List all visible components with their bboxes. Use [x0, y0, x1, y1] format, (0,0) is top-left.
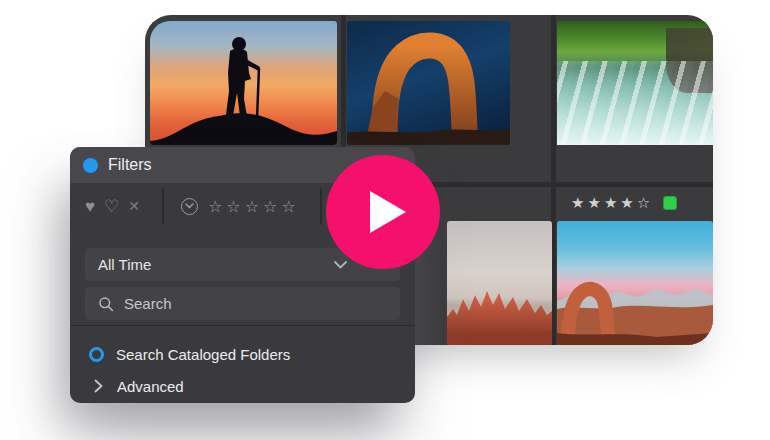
filters-active-dot-icon	[83, 158, 98, 173]
radio-ring-icon	[89, 347, 104, 362]
reject-x-icon[interactable]: ✕	[128, 199, 140, 213]
photo-hiker-sunset[interactable]	[150, 21, 337, 145]
advanced-label: Advanced	[117, 378, 184, 395]
search-cataloged-folders-toggle[interactable]: Search Cataloged Folders	[89, 343, 290, 365]
favorite-heart-icon[interactable]: ♥	[85, 198, 95, 215]
photo-arch-daylight[interactable]	[557, 221, 713, 345]
thumbnail-rating-bar: ★★★★☆	[571, 191, 677, 215]
search-cataloged-folders-label: Search Cataloged Folders	[116, 346, 290, 363]
waterfall-cascade	[557, 61, 713, 145]
search-placeholder: Search	[124, 295, 172, 312]
rating-stars-filter[interactable]: ☆☆☆☆☆	[208, 197, 300, 216]
toolbar-separator	[162, 188, 164, 224]
page: ★★★★☆ Filters ♥ ♡ ✕ ☆☆☆☆☆ All	[0, 0, 770, 440]
photo-arch-night[interactable]	[347, 21, 510, 145]
search-input[interactable]: Search	[85, 287, 400, 320]
video-play-button[interactable]	[326, 155, 440, 269]
advanced-expander[interactable]: Advanced	[94, 376, 184, 396]
photo-red-rocks[interactable]	[447, 221, 552, 345]
green-color-label-icon[interactable]	[663, 196, 677, 210]
search-icon	[98, 296, 114, 312]
rating-threshold-icon[interactable]	[181, 198, 198, 215]
panel-divider	[70, 325, 415, 326]
photo-waterfall[interactable]	[557, 21, 713, 145]
chevron-right-icon	[94, 379, 103, 393]
play-icon	[370, 191, 406, 233]
time-filter-value: All Time	[98, 256, 151, 273]
rating-filter-group: ☆☆☆☆☆	[181, 183, 300, 229]
chevron-down-icon	[334, 261, 347, 269]
panel-title: Filters	[108, 156, 152, 174]
unfavorite-heart-icon[interactable]: ♡	[104, 198, 119, 215]
star-rating[interactable]: ★★★★☆	[571, 194, 653, 212]
toolbar-separator	[320, 188, 322, 224]
flag-filter-group: ♥ ♡ ✕	[85, 183, 140, 229]
